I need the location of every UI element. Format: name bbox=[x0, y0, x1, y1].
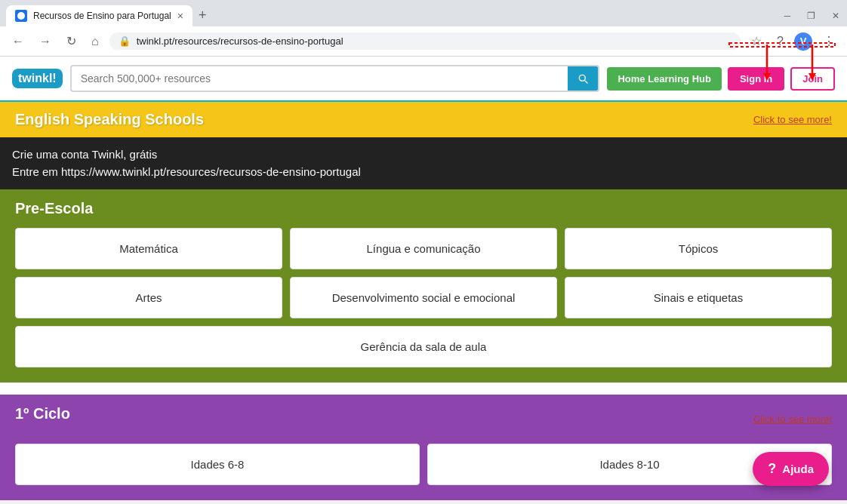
more-options-button[interactable]: ⋮ bbox=[818, 31, 839, 51]
pre-escola-row3: Gerência da sala de aula bbox=[15, 326, 832, 367]
logo-text: twinkl! bbox=[18, 72, 57, 85]
search-button[interactable] bbox=[568, 66, 598, 91]
nav-buttons: Home Learning Hub Sign In Join bbox=[607, 67, 835, 91]
sign-in-button[interactable]: Sign In bbox=[728, 67, 784, 91]
help-button[interactable]: ? Ajuda bbox=[753, 452, 829, 486]
ciclo-cards: Idades 6-8 Idades 8-10 bbox=[15, 444, 832, 485]
tooltip-line2: Entre em https://www.twinkl.pt/resources… bbox=[12, 164, 835, 181]
forward-button[interactable]: → bbox=[35, 32, 56, 51]
refresh-button[interactable]: ↻ bbox=[62, 31, 81, 51]
help-icon: ? bbox=[768, 461, 776, 477]
lock-icon: 🔒 bbox=[119, 35, 131, 47]
pre-escola-title: Pre-Escola bbox=[15, 200, 832, 217]
browser-tab[interactable]: Recursos de Ensino para Portugal × bbox=[6, 5, 192, 26]
home-learning-button[interactable]: Home Learning Hub bbox=[607, 67, 722, 91]
search-bar bbox=[70, 65, 600, 92]
tab-favicon bbox=[15, 10, 27, 22]
ciclo-header: 1º Ciclo Click to see more! bbox=[15, 405, 832, 433]
bookmark-button[interactable]: ☆ bbox=[747, 31, 766, 51]
card-matematica[interactable]: Matemática bbox=[15, 228, 282, 269]
english-banner-link[interactable]: Click to see more! bbox=[753, 114, 832, 125]
english-banner-title: English Speaking Schools bbox=[15, 111, 204, 128]
pre-escola-section: Pre-Escola Matemática Língua e comunicaç… bbox=[0, 189, 847, 383]
close-window-button[interactable]: ✕ bbox=[824, 8, 847, 24]
help-label: Ajuda bbox=[782, 463, 814, 475]
logo[interactable]: twinkl! bbox=[12, 69, 63, 88]
back-button[interactable]: ← bbox=[8, 32, 29, 51]
card-lingua[interactable]: Língua e comunicação bbox=[290, 228, 557, 269]
card-desenvolvimento[interactable]: Desenvolvimento social e emocional bbox=[290, 277, 557, 318]
site-navbar: twinkl! Home Learning Hub Sign In Join bbox=[0, 57, 847, 102]
card-idades-6-8[interactable]: Idades 6-8 bbox=[15, 444, 420, 485]
pre-escola-row1: Matemática Língua e comunicação Tópicos bbox=[15, 228, 832, 269]
card-sinais[interactable]: Sinais e etiquetas bbox=[565, 277, 832, 318]
english-banner: English Speaking Schools Click to see mo… bbox=[0, 102, 847, 137]
search-input[interactable] bbox=[72, 72, 568, 85]
tab-close-button[interactable]: × bbox=[177, 10, 183, 22]
ciclo-click-more[interactable]: Click to see more! bbox=[753, 413, 832, 425]
card-gerencia[interactable]: Gerência da sala de aula bbox=[15, 326, 832, 367]
tooltip-popup: Crie uma conta Twinkl, grátis Entre em h… bbox=[0, 137, 847, 189]
card-artes[interactable]: Artes bbox=[15, 277, 282, 318]
svg-point-0 bbox=[17, 12, 25, 20]
address-bar[interactable]: 🔒 twinkl.pt/resources/recursos-de-ensino… bbox=[109, 32, 741, 50]
card-topicos[interactable]: Tópicos bbox=[565, 228, 832, 269]
new-tab-button[interactable]: + bbox=[192, 5, 213, 26]
ciclo-section: 1º Ciclo Click to see more! Idades 6-8 I… bbox=[0, 395, 847, 500]
restore-button[interactable]: ❐ bbox=[799, 8, 823, 24]
tooltip-line1: Crie uma conta Twinkl, grátis bbox=[12, 146, 835, 164]
ciclo-title: 1º Ciclo bbox=[15, 405, 70, 423]
url-text: twinkl.pt/resources/recursos-de-ensino-p… bbox=[137, 35, 732, 47]
search-icon bbox=[577, 72, 589, 85]
profile-avatar[interactable]: V bbox=[794, 32, 812, 51]
home-button[interactable]: ⌂ bbox=[87, 32, 103, 51]
tab-title: Recursos de Ensino para Portugal bbox=[33, 11, 171, 21]
minimize-button[interactable]: ─ bbox=[776, 8, 798, 24]
help-browser-button[interactable]: ? bbox=[772, 32, 788, 51]
join-button[interactable]: Join bbox=[790, 67, 835, 91]
pre-escola-row2: Artes Desenvolvimento social e emocional… bbox=[15, 277, 832, 318]
